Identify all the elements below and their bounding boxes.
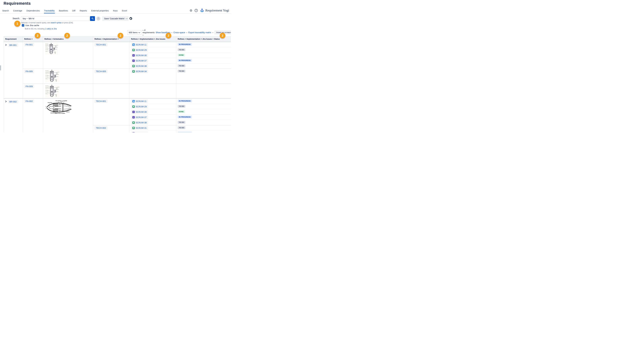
tab-traceability[interactable]: Traceability: [44, 9, 55, 13]
separator: –: [171, 31, 172, 34]
status-badge: IN PROGRESS: [178, 43, 192, 46]
refine-key[interactable]: FN-009: [24, 85, 34, 88]
results-toolbar: 600 items – 4 requirements – Show baseli…: [127, 30, 229, 35]
jira-calls-link[interactable]: 1 call(s) to Jira: [45, 28, 57, 30]
jira-issue-key[interactable]: SCRUM-29: [131, 105, 148, 108]
use-jira-cache-checkbox[interactable]: [22, 24, 24, 26]
save-cascade-matrix-button[interactable]: Save 'Cascade Matrix': [102, 16, 127, 21]
tech-key[interactable]: TECH-001: [95, 100, 107, 103]
jira-issue-key[interactable]: SCRUM-37: [131, 59, 148, 62]
separator: –: [212, 31, 213, 34]
tab-reports[interactable]: Reports: [80, 9, 87, 13]
epic-icon: [132, 60, 135, 62]
tab-dependencies[interactable]: Dependencies: [26, 9, 40, 13]
issue-key-text: SCRUM-29: [136, 49, 147, 51]
tech-key[interactable]: TECH-005: [95, 70, 107, 73]
tab-search[interactable]: Search: [2, 9, 9, 13]
requirements-page: A A Magnetic Field Valve Structure Coil …: [0, 0, 231, 132]
search-syntax-link[interactable]: search syntax: [51, 22, 62, 24]
annotation-badge-2: 2: [220, 33, 225, 38]
jira-issue-key[interactable]: SCRUM-11: [131, 100, 148, 103]
refine-key[interactable]: FN-001: [24, 43, 34, 46]
expand-chevron[interactable]: [5, 100, 7, 102]
jet-engine-image: [45, 100, 73, 114]
status-badge: IN PROGRESS: [178, 132, 192, 132]
issue-key-text: SCRUM-37: [136, 116, 147, 118]
jira-issue-key[interactable]: SCRUM-30: [131, 110, 148, 114]
story-icon: [132, 70, 135, 72]
tab-bar-divider: [0, 13, 231, 14]
help-icon[interactable]: ?: [195, 9, 198, 12]
story-icon: [132, 49, 135, 51]
settings-gear-icon[interactable]: ⚙: [190, 9, 192, 12]
issue-key-text: SCRUM-31: [136, 127, 147, 129]
question-icon: ?: [97, 17, 100, 20]
tab-coverage[interactable]: Coverage: [13, 9, 22, 13]
logo-text: Requirement Yogi: [205, 8, 229, 12]
search-button[interactable]: [90, 16, 95, 21]
tab-keys[interactable]: Keys: [113, 9, 118, 13]
annotation-badge-2: 2: [35, 33, 41, 38]
refine-key[interactable]: FN-005: [24, 70, 34, 73]
issue-key-text: SCRUM-37: [136, 60, 147, 62]
col-header-requirement: Requirement: [4, 36, 23, 42]
status-badge: DONE: [178, 110, 185, 113]
requirement-key[interactable]: BR-002: [8, 100, 18, 103]
requirement-key[interactable]: BR-001: [8, 44, 18, 47]
story-icon: [132, 106, 135, 108]
status-badge: TO DO: [178, 105, 185, 108]
search-input[interactable]: [21, 16, 90, 21]
requirement-yogi-logo[interactable]: Requirement Yogi: [200, 8, 229, 12]
status-badge: IN PROGRESS: [178, 100, 192, 102]
tab-baselines[interactable]: Baselines: [59, 9, 68, 13]
jira-issue-key[interactable]: SCRUM-37: [131, 116, 148, 119]
issue-key-text: SCRUM-30: [136, 54, 147, 56]
search-hint: Optional. A normal search query, see sea…: [21, 22, 73, 24]
tab-external-properties[interactable]: External properties: [91, 9, 109, 13]
jira-issue-key[interactable]: SCRUM-38: [131, 64, 148, 68]
search-help-button[interactable]: ?: [96, 16, 101, 21]
hint-suffix: or press [Ctrl].: [62, 22, 73, 24]
traceability-matrix: Requirement Refines > Refines > Schemati…: [4, 36, 231, 132]
jira-issue-key[interactable]: SCRUM-30: [131, 54, 148, 57]
tech-key[interactable]: TECH-002: [95, 126, 107, 130]
issue-key-text: SCRUM-37: [136, 132, 147, 132]
col-header-implementation: Refines > Implementation >: [93, 36, 130, 42]
export-traceability-link[interactable]: Export traceability matrix: [188, 31, 211, 34]
story-icon: [132, 65, 135, 67]
tab-diff[interactable]: Diff: [72, 9, 76, 13]
jira-issue-key[interactable]: SCRUM-38: [131, 121, 148, 124]
more-options-button[interactable]: ⋯: [125, 16, 129, 21]
expand-chevron[interactable]: [5, 44, 7, 46]
status-badge: DONE: [178, 54, 185, 56]
epic-icon: [132, 54, 135, 56]
damper-schematic-image: [45, 43, 58, 55]
status-badge: TO DO: [178, 48, 185, 51]
jira-issue-key[interactable]: SCRUM-37: [131, 132, 148, 132]
cross-space-link[interactable]: Cross-space: [174, 31, 185, 34]
page-title: Requirements: [4, 1, 31, 6]
requirements-count: – 4 requirements –: [142, 29, 155, 36]
jira-issue-key[interactable]: SCRUM-31: [131, 126, 148, 130]
epic-icon: [132, 116, 135, 118]
refine-key[interactable]: FN-002: [24, 100, 34, 103]
jira-issue-key[interactable]: SCRUM-34: [131, 70, 148, 73]
issue-key-text: SCRUM-34: [136, 70, 147, 72]
issue-key-text: SCRUM-38: [136, 122, 147, 124]
check-icon: [22, 25, 24, 26]
search-icon: [91, 17, 94, 20]
items-per-page-select[interactable]: 600 items: [127, 30, 141, 35]
panel-resize-handle[interactable]: [0, 65, 1, 70]
jira-cache-row: Use Jira cache: [22, 24, 39, 26]
tab-excel[interactable]: Excel: [122, 9, 127, 13]
jira-issue-key[interactable]: SCRUM-29: [131, 48, 148, 52]
search-row: Search: ? Save 'Cascade Matrix' ⋯: [0, 16, 231, 21]
issue-key-text: SCRUM-30: [136, 111, 147, 113]
globe-icon[interactable]: [129, 17, 132, 20]
issue-key-text: SCRUM-29: [136, 106, 147, 108]
jira-issue-key[interactable]: SCRUM-11: [131, 43, 148, 46]
items-select-wrap: 600 items: [127, 30, 141, 35]
status-badge: TO DO: [178, 64, 185, 67]
annotation-badge-2: 2: [166, 33, 171, 38]
tech-key[interactable]: TECH-001: [95, 43, 107, 46]
